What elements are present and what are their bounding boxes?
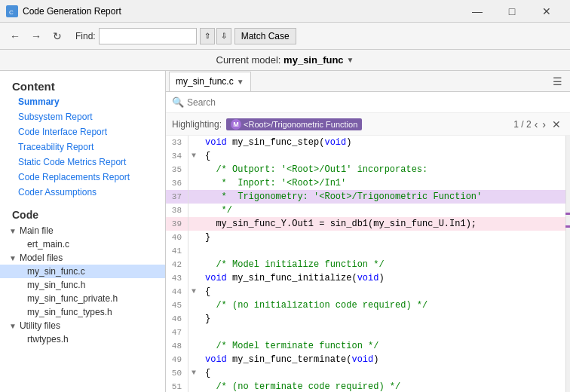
count-value: 1 / 2 <box>513 119 531 130</box>
model-files-group: ▼ Model files my_sin_func.c my_sin_func.… <box>0 251 165 319</box>
tree-item-my-sin-func-h[interactable]: my_sin_func.h <box>0 278 165 292</box>
fold-button <box>192 136 202 149</box>
model-dropdown-arrow[interactable]: ▼ <box>347 56 354 64</box>
title-bar: C Code Generation Report — □ ✕ <box>0 0 570 23</box>
code-content <box>202 244 565 258</box>
code-view[interactable]: 33void my_sin_func_step(void)34▼{35 /* O… <box>166 136 565 392</box>
line-number: 46 <box>166 312 188 326</box>
code-line-37: 37 * Trigonometry: '<Root>/Trigonometric… <box>166 190 565 204</box>
code-line-42: 42 /* Model initialize function */ <box>166 258 565 271</box>
tree-item-my-sin-func-c[interactable]: my_sin_func.c <box>0 265 165 278</box>
sidebar-item-subsystem[interactable]: Subsystem Report <box>0 109 165 124</box>
utility-files-group-header[interactable]: ▼ Utility files <box>0 319 165 332</box>
content-section: Content Summary Subsystem Report Code In… <box>0 71 165 203</box>
side-scrollbar-indicator <box>565 136 570 392</box>
tree-item-my-sin-func-private-h[interactable]: my_sin_func_private.h <box>0 292 165 305</box>
find-input[interactable] <box>99 28 197 44</box>
tree-item-ert-main[interactable]: ert_main.c <box>0 237 165 251</box>
file-tab-my-sin-func[interactable]: my_sin_func.c ▼ <box>169 72 251 91</box>
find-label: Find: <box>75 31 96 41</box>
utility-files-group: ▼ Utility files rtwtypes.h <box>0 319 165 346</box>
tree-item-rtwtypes-h[interactable]: rtwtypes.h <box>0 332 165 346</box>
sidebar-item-code-replacements[interactable]: Code Replacements Report <box>0 170 165 185</box>
forward-button[interactable]: → <box>27 27 45 45</box>
code-content: my_sin_func_Y.Out1 = sin_db1(my_sin_func… <box>202 217 565 231</box>
sidebar-item-traceability[interactable]: Traceability Report <box>0 139 165 155</box>
toolbar: ← → ↻ Find: ⇧ ⇩ Match Case <box>0 23 570 50</box>
fold-button[interactable]: ▼ <box>192 366 202 380</box>
code-content: { <box>202 149 565 163</box>
model-files-group-header[interactable]: ▼ Model files <box>0 251 165 265</box>
close-highlight-button[interactable]: ✕ <box>549 118 564 130</box>
code-line-47: 47 <box>166 326 565 339</box>
line-number: 33 <box>166 136 188 149</box>
code-line-51: 51 /* (no terminate code required) */ <box>166 380 565 392</box>
code-line-49: 49void my_sin_func_terminate(void) <box>166 353 565 366</box>
model-bar: Current model: my_sin_func ▼ <box>0 50 570 71</box>
fold-button[interactable]: ▼ <box>192 149 202 163</box>
search-input[interactable] <box>187 97 564 108</box>
highlight-bar: Highlighting: M <Root>/Trigonometric Fun… <box>166 113 570 136</box>
back-button[interactable]: ← <box>6 27 24 45</box>
app-icon: C <box>6 5 18 17</box>
match-case-button[interactable]: Match Case <box>234 28 296 44</box>
line-number: 45 <box>166 299 188 312</box>
highlight-next-arrow[interactable]: › <box>541 118 547 130</box>
highlighting-label: Highlighting: <box>172 119 222 130</box>
main-file-group: ▼ Main file ert_main.c <box>0 224 165 251</box>
highlight-tag: M <Root>/Trigonometric Function <box>226 118 362 130</box>
file-tab-dropdown-icon[interactable]: ▼ <box>237 78 244 86</box>
code-content: { <box>202 285 565 299</box>
content-title: Content <box>0 77 165 94</box>
find-next-button[interactable]: ⇩ <box>216 28 231 44</box>
model-name: my_sin_func <box>283 54 343 66</box>
line-number: 37 <box>166 190 188 204</box>
code-line-36: 36 * Inport: '<Root>/In1' <box>166 176 565 190</box>
code-line-39: 39 my_sin_func_Y.Out1 = sin_db1(my_sin_f… <box>166 217 565 231</box>
fold-button <box>192 190 202 204</box>
code-section-title: Code <box>0 206 165 224</box>
code-line-35: 35 /* Outport: '<Root>/Out1' incorporate… <box>166 163 565 176</box>
line-number: 44 <box>166 285 188 299</box>
fold-button[interactable]: ▼ <box>192 285 202 299</box>
line-number: 35 <box>166 163 188 176</box>
find-prev-button[interactable]: ⇧ <box>200 28 215 44</box>
sidebar-item-code-interface[interactable]: Code Interface Report <box>0 124 165 139</box>
highlight-count: 1 / 2 ‹ › ✕ <box>513 118 564 130</box>
code-content: } <box>202 231 565 244</box>
sidebar-item-summary[interactable]: Summary <box>0 94 165 109</box>
code-section: Code ▼ Main file ert_main.c ▼ Model file… <box>0 203 165 349</box>
line-number: 49 <box>166 353 188 366</box>
code-content: { <box>202 366 565 380</box>
file-tab-name: my_sin_func.c <box>176 76 234 87</box>
tree-item-my-sin-func-types-h[interactable]: my_sin_func_types.h <box>0 305 165 319</box>
scroll-mark-1 <box>565 213 570 215</box>
hamburger-button[interactable]: ☰ <box>548 74 567 89</box>
fold-button <box>192 353 202 366</box>
code-line-33: 33void my_sin_func_step(void) <box>166 136 565 149</box>
utility-files-arrow: ▼ <box>9 322 17 330</box>
main-file-group-header[interactable]: ▼ Main file <box>0 224 165 237</box>
fold-button <box>192 258 202 271</box>
maximize-button[interactable]: □ <box>495 0 529 23</box>
code-line-43: 43void my_sin_func_initialize(void) <box>166 271 565 285</box>
code-line-41: 41 <box>166 244 565 258</box>
model-files-arrow: ▼ <box>9 254 17 262</box>
highlight-tag-text: <Root>/Trigonometric Function <box>244 120 357 129</box>
code-line-46: 46} <box>166 312 565 326</box>
find-navigation: ⇧ ⇩ <box>200 28 231 44</box>
code-line-38: 38 */ <box>166 204 565 217</box>
sidebar-item-coder-assumptions[interactable]: Coder Assumptions <box>0 185 165 200</box>
fold-button <box>192 217 202 231</box>
code-content: /* Outport: '<Root>/Out1' incorporates: <box>202 163 565 176</box>
minimize-button[interactable]: — <box>460 0 495 23</box>
code-line-50: 50▼{ <box>166 366 565 380</box>
fold-button <box>192 339 202 353</box>
line-number: 41 <box>166 244 188 258</box>
highlight-prev-arrow[interactable]: ‹ <box>533 118 540 130</box>
sidebar-item-static-code[interactable]: Static Code Metrics Report <box>0 155 165 170</box>
fold-button <box>192 244 202 258</box>
refresh-button[interactable]: ↻ <box>48 27 66 45</box>
line-number: 43 <box>166 271 188 285</box>
close-button[interactable]: ✕ <box>529 0 564 23</box>
